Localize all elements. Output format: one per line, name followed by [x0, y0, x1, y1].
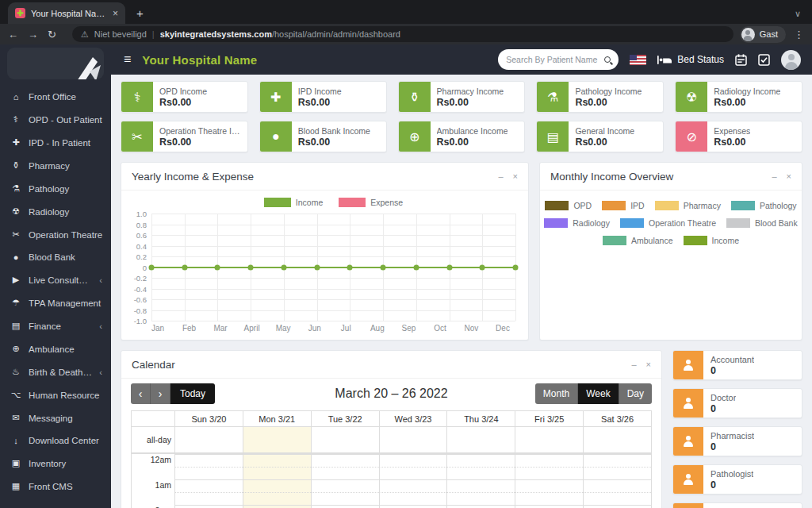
- allday-cell-thu-3-24[interactable]: [446, 427, 515, 454]
- browser-profile-button[interactable]: Gast: [740, 26, 786, 43]
- hour-cell[interactable]: [174, 454, 243, 467]
- legend-item-ipd[interactable]: IPD: [602, 201, 645, 210]
- staff-card-radiologist[interactable]: Radiologist: [672, 502, 802, 508]
- staff-card-accountant[interactable]: Accountant0: [672, 350, 802, 380]
- half-hour-cell[interactable]: [583, 492, 651, 505]
- user-avatar[interactable]: [781, 50, 801, 70]
- income-card-expenses[interactable]: ⊘ExpensesRs0.00: [675, 121, 802, 152]
- sidebar-item-messaging[interactable]: ✉Messaging: [0, 406, 111, 429]
- allday-cell-fri-3-25[interactable]: [515, 427, 583, 454]
- income-card-general-income[interactable]: ▤General IncomeRs0.00: [536, 121, 664, 152]
- legend-item-radiology[interactable]: Radiology: [544, 218, 610, 228]
- half-hour-cell[interactable]: [243, 467, 311, 479]
- calendar-view-day-button[interactable]: Day: [619, 383, 652, 404]
- legend-item-pharmacy[interactable]: Pharmacy: [655, 201, 721, 210]
- half-hour-cell[interactable]: [174, 467, 243, 479]
- staff-card-pathologist[interactable]: Pathologist0: [672, 464, 802, 495]
- allday-cell-tue-3-22[interactable]: [311, 427, 379, 454]
- sidebar-item-blood-bank[interactable]: ●Blood Bank: [0, 246, 111, 268]
- new-tab-button[interactable]: +: [136, 6, 144, 20]
- search-icon[interactable]: [604, 56, 611, 63]
- forward-icon[interactable]: →: [28, 29, 38, 40]
- calendar-today-button[interactable]: Today: [170, 383, 215, 404]
- hour-cell[interactable]: [243, 454, 311, 467]
- half-hour-cell[interactable]: [174, 492, 243, 505]
- minimize-icon[interactable]: –: [631, 360, 636, 369]
- staff-card-doctor[interactable]: Doctor0: [672, 388, 802, 418]
- income-card-radiology-income[interactable]: ☢Radiology IncomeRs0.00: [675, 81, 802, 113]
- income-card-pathology-income[interactable]: ⚗Pathology IncomeRs0.00: [536, 81, 664, 113]
- sidebar-item-front-office[interactable]: ⌂Front Office: [0, 86, 111, 108]
- hour-cell[interactable]: [379, 505, 447, 508]
- hour-cell[interactable]: [583, 479, 651, 492]
- income-card-operation-theatre-income[interactable]: ✂Operation Theatre IncomeRs0.00: [121, 121, 248, 152]
- sidebar-item-opd-out-patient[interactable]: ⚕OPD - Out Patient: [0, 108, 111, 131]
- back-icon[interactable]: ←: [8, 29, 18, 40]
- hour-cell[interactable]: [515, 479, 583, 492]
- half-hour-cell[interactable]: [243, 492, 311, 505]
- sidebar-item-ambulance[interactable]: ⊕Ambulance: [0, 337, 111, 360]
- close-icon[interactable]: ×: [646, 360, 651, 369]
- hospital-logo[interactable]: [7, 48, 104, 79]
- address-bar[interactable]: ⚠ Niet beveiligd | skyintegratedsystems.…: [72, 26, 733, 42]
- half-hour-cell[interactable]: [311, 492, 379, 505]
- half-hour-cell[interactable]: [446, 492, 515, 505]
- sidebar-item-finance[interactable]: ▤Finance‹: [0, 314, 111, 337]
- legend-item-income[interactable]: Income: [684, 236, 739, 245]
- hour-cell[interactable]: [243, 479, 311, 492]
- income-card-blood-bank-income[interactable]: ●Blood Bank IncomeRs0.00: [259, 121, 387, 152]
- browser-tab[interactable]: ✚ Your Hospital Name ×: [8, 2, 125, 24]
- browser-menu-icon[interactable]: ⋮: [794, 29, 804, 40]
- hour-cell[interactable]: [379, 454, 447, 467]
- hour-cell[interactable]: [446, 505, 515, 508]
- close-icon[interactable]: ×: [513, 171, 518, 181]
- sidebar-item-tpa-management[interactable]: ☂TPA Management: [0, 291, 111, 314]
- hour-cell[interactable]: [515, 454, 583, 467]
- hour-cell[interactable]: [515, 505, 583, 508]
- half-hour-cell[interactable]: [446, 467, 515, 479]
- half-hour-cell[interactable]: [379, 467, 447, 479]
- hour-cell[interactable]: [243, 505, 311, 508]
- allday-cell-mon-3-21[interactable]: [243, 427, 311, 454]
- search-input[interactable]: [506, 55, 600, 64]
- sidebar-item-live-consultation[interactable]: ▶Live Consultation‹: [0, 268, 111, 291]
- sidebar-item-pathology[interactable]: ⚗Pathology: [0, 177, 111, 200]
- close-icon[interactable]: ×: [787, 171, 791, 181]
- income-card-opd-income[interactable]: ⚕OPD IncomeRs0.00: [121, 81, 248, 113]
- calendar-view-month-button[interactable]: Month: [535, 383, 578, 404]
- calendar-prev-button[interactable]: ‹: [131, 383, 151, 404]
- legend-item-operation-theatre[interactable]: Operation Theatre: [620, 218, 716, 228]
- allday-cell-sat-3-26[interactable]: [583, 427, 651, 454]
- sidebar-item-pharmacy[interactable]: ⚱Pharmacy: [0, 154, 111, 177]
- calendar-icon[interactable]: [735, 54, 747, 66]
- allday-cell-wed-3-23[interactable]: [379, 427, 447, 454]
- legend-item-pathology[interactable]: Pathology: [731, 201, 797, 210]
- legend-item-opd[interactable]: OPD: [545, 201, 592, 210]
- sidebar-item-inventory[interactable]: ▣Inventory: [0, 452, 111, 475]
- hour-cell[interactable]: [583, 454, 651, 467]
- income-card-pharmacy-income[interactable]: ⚱Pharmacy IncomeRs0.00: [398, 81, 526, 113]
- sidebar-item-radiology[interactable]: ☢Radiology: [0, 200, 111, 223]
- language-flag-icon[interactable]: [630, 55, 646, 65]
- income-card-ambulance-income[interactable]: ⊕Ambulance IncomeRs0.00: [398, 121, 526, 152]
- staff-card-pharmacist[interactable]: Pharmacist0: [672, 426, 802, 456]
- sidebar-item-operation-theatre[interactable]: ✂Operation Theatre: [0, 223, 111, 246]
- half-hour-cell[interactable]: [379, 492, 447, 505]
- legend-item-blood-bank[interactable]: Blood Bank: [726, 218, 798, 228]
- half-hour-cell[interactable]: [515, 492, 583, 505]
- sidebar-item-front-cms[interactable]: ▦Front CMS: [0, 475, 111, 498]
- legend-item-expense[interactable]: Expense: [339, 198, 403, 207]
- hour-cell[interactable]: [311, 479, 379, 492]
- hour-cell[interactable]: [379, 479, 447, 492]
- hour-cell[interactable]: [311, 505, 379, 508]
- tab-search-chevron-icon[interactable]: ∨: [795, 9, 801, 19]
- minimize-icon[interactable]: –: [772, 171, 776, 181]
- hour-cell[interactable]: [583, 505, 651, 508]
- hour-cell[interactable]: [311, 454, 379, 467]
- sidebar-item-human-resource[interactable]: ⌥Human Resource: [0, 383, 111, 406]
- hour-cell[interactable]: [174, 479, 243, 492]
- income-card-ipd-income[interactable]: ✚IPD IncomeRs0.00: [259, 81, 387, 113]
- half-hour-cell[interactable]: [583, 467, 651, 479]
- sidebar-item-download-center[interactable]: ↓Download Center: [0, 429, 111, 452]
- sidebar-item-birth-death-record[interactable]: ♨Birth & Death Record‹: [0, 360, 111, 383]
